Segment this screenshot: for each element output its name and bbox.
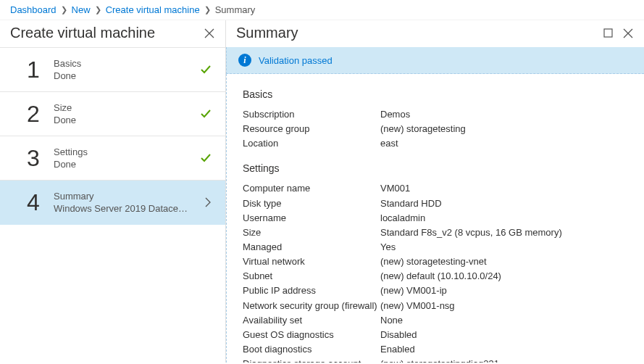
summary-body: Basics SubscriptionDemosResource group(n… [226,74,644,363]
svg-rect-0 [604,29,612,37]
step-number: 4 [22,191,45,214]
wizard-step-summary[interactable]: 4 Summary Windows Server 2019 Datacent..… [0,181,225,225]
summary-row: Subnet(new) default (10.10.10.0/24) [243,269,628,284]
summary-header: Summary [226,20,644,47]
chevron-right-icon: ❯ [204,5,211,15]
wizard-header: Create virtual machine [0,20,225,47]
summary-key: Subscription [243,107,380,122]
summary-value: (new) storagetestingdiag231 [380,357,499,363]
step-number: 2 [22,102,45,125]
summary-row: Public IP address(new) VM001-ip [243,284,628,298]
summary-value: Standard HDD [380,197,442,211]
step-subtitle: Done [54,70,191,81]
summary-key: Size [243,226,380,240]
summary-value: (new) storagetesting [380,122,466,136]
wizard-step-size[interactable]: 2 Size Done [0,92,225,136]
summary-value: None [380,313,403,328]
summary-key: Subnet [243,269,380,284]
summary-row: Network security group (firewall)(new) V… [243,299,628,313]
check-icon [199,152,212,165]
close-icon[interactable] [622,28,634,39]
summary-key: Username [243,211,380,226]
summary-row: Usernamelocaladmin [243,211,628,226]
close-icon[interactable] [204,28,215,39]
summary-row: Availability setNone [243,313,628,328]
summary-value: (new) storagetesting-vnet [380,255,487,269]
summary-value: east [380,136,398,151]
summary-value: Yes [380,240,396,255]
breadcrumb-link[interactable]: Create virtual machine [106,4,200,15]
summary-value: (new) VM001-nsg [380,299,455,313]
summary-row: ManagedYes [243,240,628,255]
summary-row: Disk typeStandard HDD [243,197,628,211]
breadcrumb-link[interactable]: New [72,4,91,15]
summary-row: Locationeast [243,136,628,151]
summary-value: localadmin [380,211,425,226]
wizard-title: Create virtual machine [10,25,155,41]
summary-key: Managed [243,240,380,255]
section-title-settings: Settings [243,162,628,174]
wizard-panel: Create virtual machine 1 Basics Done 2 [0,20,226,363]
step-number: 1 [22,58,45,81]
summary-key: Virtual network [243,255,380,269]
summary-key: Diagnostics storage account [243,357,380,363]
step-subtitle: Windows Server 2019 Datacent... [54,203,191,214]
summary-value: (new) default (10.10.10.0/24) [380,269,501,284]
chevron-right-icon: ❯ [95,5,101,15]
step-subtitle: Done [54,159,191,170]
summary-row: Resource group(new) storagetesting [243,122,628,136]
summary-key: Resource group [243,122,380,136]
wizard-step-settings[interactable]: 3 Settings Done [0,136,225,181]
breadcrumb: Dashboard ❯ New ❯ Create virtual machine… [0,0,644,20]
summary-value: Enabled [380,342,415,357]
check-icon [199,107,212,120]
chevron-right-icon [204,197,212,207]
summary-key: Computer name [243,181,380,196]
summary-row: Boot diagnosticsEnabled [243,342,628,357]
chevron-right-icon: ❯ [61,5,67,15]
summary-key: Disk type [243,197,380,211]
summary-value: Demos [380,107,410,122]
wizard-step-basics[interactable]: 1 Basics Done [0,48,225,92]
validation-bar: i Validation passed [226,47,644,74]
breadcrumb-link[interactable]: Dashboard [10,4,57,15]
section-title-basics: Basics [243,88,628,100]
step-title: Summary [54,191,204,202]
summary-row: SubscriptionDemos [243,107,628,122]
summary-row: Diagnostics storage account(new) storage… [243,357,628,363]
summary-key: Network security group (firewall) [243,299,380,313]
step-title: Settings [54,146,199,157]
step-number: 3 [22,146,45,170]
summary-row: SizeStandard F8s_v2 (8 vcpus, 16 GB memo… [243,226,628,240]
summary-row: Virtual network(new) storagetesting-vnet [243,255,628,269]
summary-panel: Summary i Validation passed Basics Subsc… [226,20,644,363]
wizard-steps: 1 Basics Done 2 Size Done [0,47,225,363]
breadcrumb-current: Summary [215,4,256,15]
step-title: Size [54,102,199,113]
step-subtitle: Done [54,115,191,125]
summary-value: VM001 [380,181,410,196]
summary-row: Guest OS diagnosticsDisabled [243,328,628,342]
summary-row: Computer nameVM001 [243,181,628,196]
summary-title: Summary [236,25,298,41]
info-icon: i [238,54,251,67]
summary-key: Boot diagnostics [243,342,380,357]
summary-value: (new) VM001-ip [380,284,447,298]
maximize-icon[interactable] [602,28,614,39]
summary-key: Location [243,136,380,151]
check-icon [199,63,212,76]
summary-key: Public IP address [243,284,380,298]
summary-value: Disabled [380,328,417,342]
summary-key: Availability set [243,313,380,328]
summary-key: Guest OS diagnostics [243,328,380,342]
validation-text: Validation passed [259,55,333,66]
step-title: Basics [54,58,199,69]
summary-value: Standard F8s_v2 (8 vcpus, 16 GB memory) [380,226,562,240]
